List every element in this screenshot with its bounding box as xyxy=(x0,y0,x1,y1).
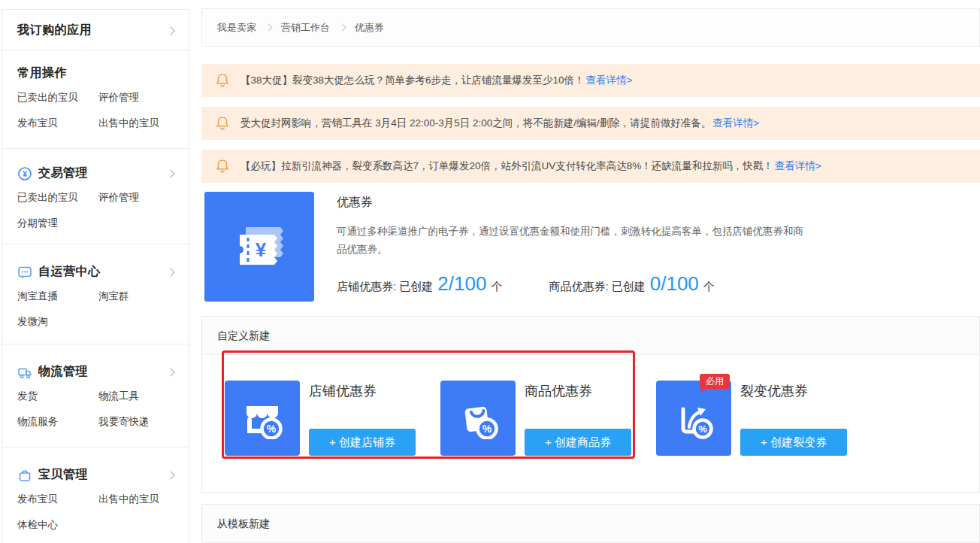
sidebar-section-title: 物流管理 xyxy=(38,364,88,380)
sidebar-link[interactable]: 发货 xyxy=(17,390,98,403)
banner-text: 受大促封网影响，营销工具在 3月4日 22:00-3月5日 2:00之间，将不能… xyxy=(240,117,711,130)
sidebar-section-common-ops: 常用操作 已卖出的宝贝 评价管理 发布宝贝 出售中的宝贝 xyxy=(2,50,189,149)
chevron-right-icon xyxy=(166,169,174,177)
sidebar-item-trade[interactable]: ¥ 交易管理 xyxy=(17,165,175,181)
sidebar-section-title: 自运营中心 xyxy=(38,264,101,280)
sidebar-link[interactable]: 物流工具 xyxy=(98,390,175,403)
banner-text: 【必玩】拉新引流神器，裂变系数高达7，订单爆发20倍，站外引流UV支付转化率高达… xyxy=(240,159,773,173)
coupon-admin-page: 我订购的应用 常用操作 已卖出的宝贝 评价管理 发布宝贝 出售中的宝贝 ¥ 交易 xyxy=(0,0,980,543)
svg-text:%: % xyxy=(482,423,492,435)
sidebar-link[interactable]: 出售中的宝贝 xyxy=(98,493,175,506)
sidebar-link[interactable]: 评价管理 xyxy=(98,91,175,105)
chevron-right-icon xyxy=(339,24,346,32)
coupon-card-title: 店铺优惠券 xyxy=(309,382,416,400)
chevron-right-icon xyxy=(166,268,174,276)
chevron-right-icon xyxy=(265,24,273,32)
banner-link[interactable]: 查看详情> xyxy=(586,74,633,87)
sidebar-links: 发货 物流工具 物流服务 我要寄快递 xyxy=(17,390,175,429)
breadcrumb-item-coupon[interactable]: 优惠券 xyxy=(355,21,384,35)
custom-create-section: 自定义新建 % 店铺优惠券 + 创建店铺券 xyxy=(201,316,980,493)
must-use-badge: 必用 xyxy=(700,374,730,389)
sidebar-links: 淘宝直播 淘宝群 发微淘 xyxy=(17,290,175,329)
item-coupon-card-col: 商品优惠券 + 创建商品券 xyxy=(525,381,631,456)
truck-icon xyxy=(17,365,32,380)
template-create-title: 从模板新建 xyxy=(202,505,979,543)
bell-icon xyxy=(214,158,231,174)
sidebar-link[interactable]: 已卖出的宝贝 xyxy=(17,91,98,105)
page-title: 优惠券 xyxy=(337,195,373,211)
stat-label: 商品优惠券: 已创建 xyxy=(549,280,645,294)
create-item-coupon-button[interactable]: + 创建商品券 xyxy=(525,429,631,456)
coupon-type-cards: % 店铺优惠券 + 创建店铺券 % xyxy=(202,381,979,456)
bell-icon xyxy=(214,72,231,89)
sidebar-link[interactable]: 已卖出的宝贝 xyxy=(17,191,98,205)
sidebar-item-items[interactable]: 宝贝管理 xyxy=(17,467,175,483)
breadcrumb-item-seller[interactable]: 我是卖家 xyxy=(217,21,256,35)
sidebar-section-trade: ¥ 交易管理 已卖出的宝贝 评价管理 分期管理 xyxy=(2,149,189,244)
store-coupon-card-col: 店铺优惠券 + 创建店铺券 xyxy=(309,381,416,456)
sidebar-link[interactable]: 体检中心 xyxy=(17,518,98,532)
item-coupon-card: % 商品优惠券 + 创建商品券 xyxy=(440,381,631,456)
custom-create-title: 自定义新建 xyxy=(202,317,979,355)
svg-text:%: % xyxy=(698,423,707,435)
coupon-ticket-icon: ¥ xyxy=(225,218,294,275)
sidebar-link[interactable]: 分期管理 xyxy=(17,217,98,230)
sidebar-item-self-operate[interactable]: 自运营中心 xyxy=(17,264,175,280)
stat-unit: 个 xyxy=(703,280,715,294)
banner-link[interactable]: 查看详情> xyxy=(712,117,759,130)
sidebar-link[interactable]: 出售中的宝贝 xyxy=(98,117,175,130)
sidebar-item-subscribed-apps[interactable]: 我订购的应用 xyxy=(17,23,175,38)
storefront-icon[interactable]: % xyxy=(225,381,300,456)
sidebar-section-title: 我订购的应用 xyxy=(17,23,92,38)
sidebar-links: 发布宝贝 出售中的宝贝 体检中心 xyxy=(17,493,175,532)
svg-text:%: % xyxy=(267,423,277,435)
sidebar-link[interactable]: 我要寄快递 xyxy=(98,415,175,429)
store-coupon-card: % 店铺优惠券 + 创建店铺券 xyxy=(225,381,416,456)
yuan-circle-icon: ¥ xyxy=(17,166,32,181)
notice-banner-2: 受大促封网影响，营销工具在 3月4日 22:00-3月5日 2:00之间，将不能… xyxy=(201,107,980,140)
sidebar-link[interactable]: 淘宝直播 xyxy=(17,290,98,303)
chevron-right-icon xyxy=(166,26,174,35)
notice-banner-1: 【38大促】裂变38大促怎么玩？简单参考6步走，让店铺流量爆发至少10倍！ 查看… xyxy=(201,64,980,97)
sidebar-link[interactable]: 物流服务 xyxy=(17,415,98,429)
sidebar-section-subscribed-apps: 我订购的应用 xyxy=(2,10,189,50)
create-store-coupon-button[interactable]: + 创建店铺券 xyxy=(309,429,416,456)
chat-bubble-icon xyxy=(17,265,32,280)
stat-label: 店铺优惠券: 已创建 xyxy=(337,280,433,294)
coupon-stats: 店铺优惠券: 已创建 2/100 个 商品优惠券: 已创建 0/100 个 xyxy=(337,272,715,296)
coupon-card-title: 商品优惠券 xyxy=(525,382,631,400)
svg-text:¥: ¥ xyxy=(256,238,267,261)
sidebar-section-logistics: 物流管理 发货 物流工具 物流服务 我要寄快递 xyxy=(2,344,189,447)
sidebar-section-common-ops-head: 常用操作 xyxy=(17,65,175,81)
fission-coupon-card-col: 裂变优惠券 + 创建裂变券 xyxy=(740,381,847,456)
breadcrumb: 我是卖家 营销工作台 优惠券 xyxy=(201,8,980,47)
coupon-description: 可通过多种渠道推广的电子券，通过设置优惠金额和使用门槛，刺激转化提高客单，包括店… xyxy=(337,223,809,258)
sidebar: 我订购的应用 常用操作 已卖出的宝贝 评价管理 发布宝贝 出售中的宝贝 ¥ 交易 xyxy=(2,9,189,543)
sidebar-section-self-operate: 自运营中心 淘宝直播 淘宝群 发微淘 xyxy=(2,244,189,344)
coupon-app-icon: ¥ xyxy=(204,192,314,302)
fission-coupon-card: % 必用 裂变优惠券 + 创建裂变券 xyxy=(656,381,847,456)
chevron-right-icon xyxy=(166,368,174,376)
sidebar-link[interactable]: 发布宝贝 xyxy=(17,493,98,506)
sidebar-link[interactable]: 发布宝贝 xyxy=(17,117,98,130)
create-fission-coupon-button[interactable]: + 创建裂变券 xyxy=(740,429,847,456)
shopping-bag-icon[interactable]: % xyxy=(440,381,516,456)
sidebar-section-title: 常用操作 xyxy=(17,65,67,81)
store-coupon-stat: 店铺优惠券: 已创建 2/100 个 xyxy=(337,272,502,296)
svg-text:¥: ¥ xyxy=(23,170,27,178)
breadcrumb-item-marketing[interactable]: 营销工作台 xyxy=(281,21,330,35)
item-coupon-stat: 商品优惠券: 已创建 0/100 个 xyxy=(549,272,714,296)
sidebar-link[interactable]: 发微淘 xyxy=(17,315,98,329)
sidebar-section-title: 宝贝管理 xyxy=(38,467,88,483)
sidebar-links: 已卖出的宝贝 评价管理 发布宝贝 出售中的宝贝 xyxy=(17,91,175,130)
share-arrow-icon[interactable]: % 必用 xyxy=(656,381,731,456)
sidebar-link[interactable]: 淘宝群 xyxy=(98,290,175,303)
coupon-card-title: 裂变优惠券 xyxy=(740,382,847,400)
banner-text: 【38大促】裂变38大促怎么玩？简单参考6步走，让店铺流量爆发至少10倍！ xyxy=(240,74,585,87)
sidebar-link[interactable]: 评价管理 xyxy=(98,191,175,205)
sidebar-item-logistics[interactable]: 物流管理 xyxy=(17,364,175,380)
notice-banner-3: 【必玩】拉新引流神器，裂变系数高达7，订单爆发20倍，站外引流UV支付转化率高达… xyxy=(201,150,980,183)
bag-icon xyxy=(17,468,32,483)
banner-link[interactable]: 查看详情> xyxy=(775,159,821,173)
stat-value: 2/100 xyxy=(437,272,486,296)
